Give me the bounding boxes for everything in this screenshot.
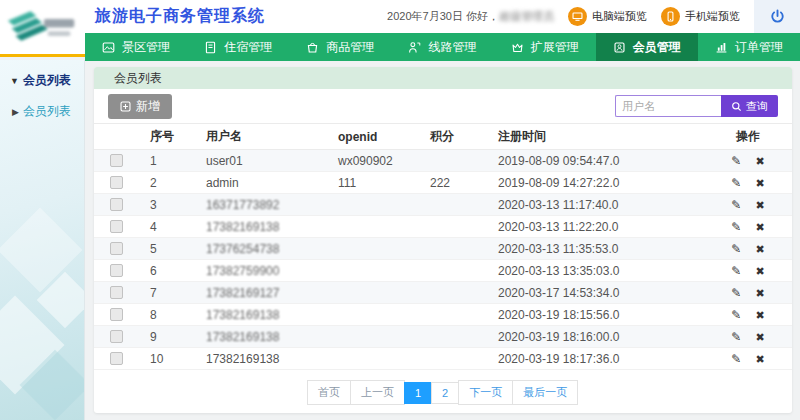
- pagination-next[interactable]: 下一页: [458, 380, 513, 405]
- delete-icon[interactable]: ✖: [755, 287, 764, 300]
- row-checkbox[interactable]: [110, 286, 123, 299]
- row-points: [420, 282, 488, 304]
- row-points: [420, 216, 488, 238]
- pagination-page-2[interactable]: 2: [431, 382, 459, 404]
- delete-icon[interactable]: ✖: [755, 331, 764, 344]
- search-icon: [731, 101, 742, 112]
- row-no: 4: [140, 216, 196, 238]
- delete-icon[interactable]: ✖: [755, 309, 764, 322]
- edit-icon[interactable]: ✎: [731, 264, 741, 278]
- mobile-preview-button[interactable]: 手机端预览: [661, 7, 740, 26]
- add-button[interactable]: 新增: [108, 94, 172, 119]
- main-content: 会员列表 新增 查询 序号: [86, 61, 800, 420]
- table-row: 3163717738922020-03-13 11:17:40.0✎✖: [94, 194, 792, 216]
- nav-item-goods[interactable]: 商品管理: [289, 33, 391, 61]
- scenic-icon: [102, 41, 115, 54]
- row-points: 222: [420, 172, 488, 194]
- nav-item-extension[interactable]: 扩展管理: [494, 33, 596, 61]
- pagination-last[interactable]: 最后一页: [512, 380, 578, 405]
- row-openid: [328, 260, 420, 282]
- nav-item-member[interactable]: 会员管理: [596, 33, 698, 61]
- toolbar: 新增 查询: [94, 89, 792, 123]
- delete-icon[interactable]: ✖: [755, 199, 764, 212]
- row-reg-time: 2020-03-19 18:15:56.0: [488, 304, 704, 326]
- table-row: 1user01wx0909022019-08-09 09:54:47.0✎✖: [94, 150, 792, 172]
- page-title: 旅游电子商务管理系统: [95, 6, 265, 27]
- row-openid: [328, 282, 420, 304]
- row-no: 1: [140, 150, 196, 172]
- extension-icon: [511, 41, 524, 54]
- header-openid: openid: [328, 124, 420, 150]
- table-row: 4173821691382020-03-13 11:22:20.0✎✖: [94, 216, 792, 238]
- row-points: [420, 238, 488, 260]
- delete-icon[interactable]: ✖: [755, 243, 764, 256]
- edit-icon[interactable]: ✎: [731, 330, 741, 344]
- add-button-label: 新增: [136, 98, 160, 115]
- table-row: 7173821691272020-03-17 14:53:34.0✎✖: [94, 282, 792, 304]
- nav-label: 商品管理: [326, 39, 374, 56]
- sidebar-item-member-list[interactable]: ▶会员列表: [0, 89, 84, 120]
- row-checkbox[interactable]: [110, 264, 123, 277]
- row-openid: [328, 348, 420, 370]
- row-username: 16371773892: [196, 194, 328, 216]
- plus-icon: [120, 101, 131, 112]
- nav-item-lodging[interactable]: 住宿管理: [187, 33, 289, 61]
- chevron-down-icon: ▼: [10, 76, 19, 86]
- edit-icon[interactable]: ✎: [731, 286, 741, 300]
- search-box: 查询: [615, 95, 778, 117]
- sidebar: ▼会员列表 ▶会员列表: [0, 60, 85, 420]
- search-input[interactable]: [615, 95, 721, 117]
- table-row: 6173827599002020-03-13 13:35:03.0✎✖: [94, 260, 792, 282]
- nav-item-scenic[interactable]: 景区管理: [85, 33, 187, 61]
- row-reg-time: 2020-03-13 13:35:03.0: [488, 260, 704, 282]
- row-no: 8: [140, 304, 196, 326]
- delete-icon[interactable]: ✖: [755, 353, 764, 366]
- row-openid: [328, 238, 420, 260]
- search-button[interactable]: 查询: [721, 95, 778, 117]
- row-no: 10: [140, 348, 196, 370]
- app-header: 旅游电子商务管理系统 2020年7月30日 你好，超级管理员 电脑端预览 手机端…: [0, 0, 800, 33]
- row-checkbox[interactable]: [110, 176, 123, 189]
- app-logo: [0, 0, 85, 57]
- edit-icon[interactable]: ✎: [731, 154, 741, 168]
- row-username: 17382169138: [196, 348, 328, 370]
- power-icon: [770, 9, 785, 24]
- delete-icon[interactable]: ✖: [755, 155, 764, 168]
- header-username: 用户名: [196, 124, 328, 150]
- order-icon: [715, 41, 728, 54]
- row-no: 3: [140, 194, 196, 216]
- lodging-icon: [204, 41, 217, 54]
- row-checkbox[interactable]: [110, 242, 123, 255]
- pagination-page-1[interactable]: 1: [404, 382, 432, 404]
- pc-preview-button[interactable]: 电脑端预览: [568, 7, 647, 26]
- nav-label: 扩展管理: [531, 39, 579, 56]
- delete-icon[interactable]: ✖: [755, 221, 764, 234]
- edit-icon[interactable]: ✎: [731, 198, 741, 212]
- nav-item-route[interactable]: 线路管理: [391, 33, 493, 61]
- nav-item-order[interactable]: 订单管理: [698, 33, 800, 61]
- edit-icon[interactable]: ✎: [731, 352, 741, 366]
- row-openid: [328, 194, 420, 216]
- row-checkbox[interactable]: [110, 220, 123, 233]
- row-reg-time: 2020-03-13 11:17:40.0: [488, 194, 704, 216]
- nav-label: 景区管理: [122, 39, 170, 56]
- row-checkbox[interactable]: [110, 154, 123, 167]
- row-checkbox[interactable]: [110, 352, 123, 365]
- delete-icon[interactable]: ✖: [755, 177, 764, 190]
- sidebar-group-member-list[interactable]: ▼会员列表: [0, 60, 84, 89]
- logout-button[interactable]: [754, 0, 800, 33]
- edit-icon[interactable]: ✎: [731, 308, 741, 322]
- row-checkbox[interactable]: [110, 198, 123, 211]
- row-checkbox[interactable]: [110, 330, 123, 343]
- row-checkbox[interactable]: [110, 308, 123, 321]
- edit-icon[interactable]: ✎: [731, 220, 741, 234]
- row-username: user01: [196, 150, 328, 172]
- edit-icon[interactable]: ✎: [731, 242, 741, 256]
- table-row: 10173821691382020-03-19 18:17:36.0✎✖: [94, 348, 792, 370]
- delete-icon[interactable]: ✖: [755, 265, 764, 278]
- edit-icon[interactable]: ✎: [731, 176, 741, 190]
- row-no: 6: [140, 260, 196, 282]
- breadcrumb: 会员列表: [94, 67, 792, 89]
- pagination-prev[interactable]: 上一页: [350, 380, 405, 405]
- pagination-first[interactable]: 首页: [307, 380, 351, 405]
